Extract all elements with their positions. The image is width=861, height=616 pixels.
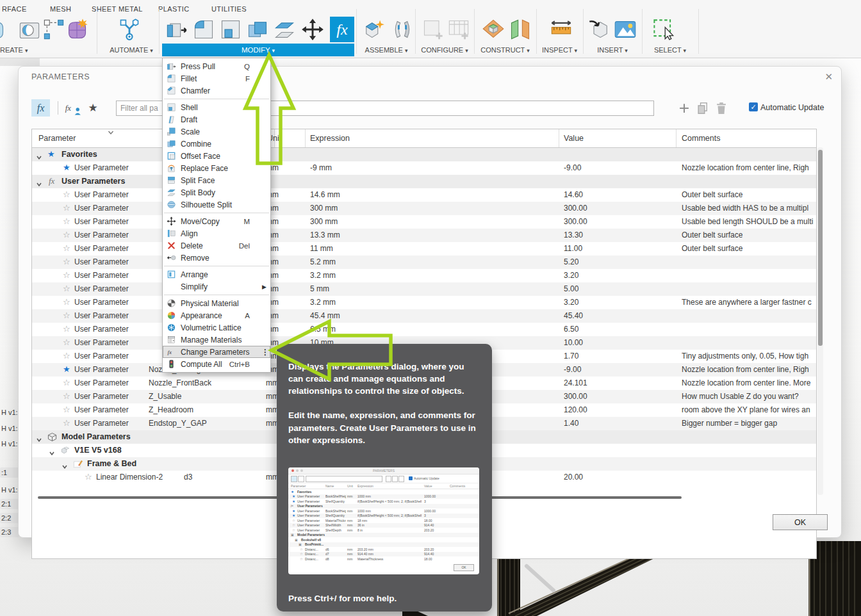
col-parameter[interactable]: Parameter <box>38 134 76 143</box>
menu-item-shell[interactable]: Shell <box>163 101 270 113</box>
menu-item-simplify[interactable]: Simplify▶ <box>163 280 270 293</box>
group-automate[interactable]: AUTOMATE ▾ <box>102 46 160 54</box>
group-insert[interactable]: INSERT ▾ <box>583 46 642 54</box>
pattern-icon[interactable] <box>42 18 65 41</box>
favorite-star-icon[interactable]: ☆ <box>63 337 70 347</box>
menu-item-silhouette-split[interactable]: Silhouette Split <box>163 199 270 211</box>
joint-icon[interactable] <box>391 18 414 41</box>
menu-item-move-copy[interactable]: Move/CopyM <box>163 215 270 227</box>
favorite-star-icon[interactable]: ☆ <box>63 257 70 266</box>
parameter-row[interactable]: ☆User Parametermm5 mm5.00 <box>32 282 816 296</box>
menu-item-align[interactable]: Align <box>163 227 270 239</box>
tab-surface[interactable]: RFACE <box>2 5 27 13</box>
parameter-group-row[interactable]: ★Favorites <box>32 148 816 161</box>
favorite-star-icon[interactable]: ☆ <box>63 230 70 239</box>
parameter-row[interactable]: ☆User Parametermm6.5 mm6.50 <box>32 323 816 336</box>
menu-item-split-face[interactable]: Split Face <box>163 174 270 186</box>
automatic-update-checkbox[interactable]: ✓ <box>749 102 758 111</box>
menu-item-offset-face[interactable]: Offset Face <box>163 150 270 162</box>
browser-item-fragment[interactable]: H v1:4 <box>0 485 19 495</box>
browser-item-fragment[interactable]: 2:1 <box>0 499 19 509</box>
menu-item-manage-materials[interactable]: Manage Materials <box>163 334 270 346</box>
group-select[interactable]: SELECT ▾ <box>642 46 698 54</box>
group-assemble[interactable]: ASSEMBLE ▾ <box>357 46 416 54</box>
menu-item-volumetric-lattice[interactable]: Volumetric Lattice <box>163 321 270 334</box>
favorite-star-icon[interactable]: ☆ <box>63 216 70 226</box>
select-tool-icon[interactable] <box>652 18 675 41</box>
insert-derive-icon[interactable] <box>588 18 611 41</box>
expand-chevron-icon[interactable] <box>62 461 68 467</box>
expand-chevron-icon[interactable] <box>49 448 55 454</box>
favorite-star-icon[interactable]: ☆ <box>63 324 70 334</box>
measure-icon[interactable] <box>550 18 573 41</box>
favorite-star-icon[interactable]: ☆ <box>63 378 70 387</box>
menu-item-split-body[interactable]: Split Body <box>163 186 270 199</box>
col-value[interactable]: Value <box>564 134 584 143</box>
menu-item-replace-face[interactable]: Replace Face <box>163 162 270 174</box>
menu-item-appearance[interactable]: AppearanceA <box>163 309 270 321</box>
favorite-star-icon[interactable]: ☆ <box>63 284 70 293</box>
delete-parameter-icon[interactable] <box>714 101 728 115</box>
menu-item-arrange[interactable]: Arrange <box>163 268 270 280</box>
menu-item-delete[interactable]: DeleteDel <box>163 239 270 252</box>
menu-item-draft[interactable]: Draft <box>163 113 270 126</box>
user-parameter-filter-icon[interactable]: fx <box>65 99 82 117</box>
move-copy-icon[interactable] <box>301 18 324 41</box>
extrude-icon[interactable] <box>0 18 12 41</box>
press-pull-icon[interactable] <box>165 18 188 41</box>
favorite-star-icon[interactable]: ☆ <box>63 405 70 414</box>
parameter-row[interactable]: ☆User Parametermm14.6 mm14.60Outer belt … <box>32 188 816 202</box>
menu-item-physical-material[interactable]: Physical Material <box>163 297 270 309</box>
browser-item-fragment[interactable]: 2:2 <box>0 513 19 523</box>
fillet-icon[interactable] <box>192 18 215 41</box>
favorites-filter-icon[interactable]: ★ <box>85 99 101 117</box>
hole-icon[interactable] <box>18 18 41 41</box>
combine-icon[interactable] <box>246 18 269 41</box>
menu-item-change-parameters[interactable]: fxChange Parameters⋮ <box>163 346 270 358</box>
menu-item-compute-all[interactable]: Compute AllCtrl+B <box>163 358 270 370</box>
generative-design-icon[interactable] <box>118 18 141 41</box>
favorite-star-icon[interactable]: ☆ <box>63 351 70 361</box>
create-form-icon[interactable] <box>65 18 88 41</box>
group-modify[interactable]: MODIFY ▾ <box>162 44 354 56</box>
browser-item-fragment[interactable]: H v1:3 <box>0 439 19 449</box>
favorite-star-icon[interactable]: ☆ <box>63 190 70 199</box>
construction-plane-icon[interactable] <box>482 18 505 41</box>
parameter-row[interactable]: ☆User Parametermm5.2 mm5.20 <box>32 255 816 269</box>
change-parameters-fx-icon[interactable]: fx <box>330 17 354 42</box>
favorite-star-icon[interactable]: ☆ <box>63 311 70 320</box>
menu-item-remove[interactable]: Remove <box>163 252 270 264</box>
parameter-row[interactable]: ☆User Parametermm300 mm300.00Usable bed … <box>32 215 816 229</box>
expand-chevron-icon[interactable] <box>36 434 42 441</box>
parameter-row[interactable]: ☆User Parametermm13.3 mm13.30Outer belt … <box>32 229 816 242</box>
copy-parameter-icon[interactable] <box>696 101 710 115</box>
menu-item-chamfer[interactable]: Chamfer <box>163 85 270 97</box>
fx-filter-button[interactable]: fx <box>31 99 50 117</box>
ok-button[interactable]: OK <box>773 514 828 530</box>
col-expression[interactable]: Expression <box>310 134 350 143</box>
menu-item-press-pull[interactable]: Press PullQ <box>163 60 270 72</box>
col-comments[interactable]: Comments <box>682 134 720 143</box>
group-configure[interactable]: CONFIGURE ▾ <box>415 46 474 54</box>
parameter-row[interactable]: ☆User Parametermm300 mm300.00Usable bed … <box>32 202 816 215</box>
table-header[interactable]: Parameter Name Unit Expression Value Com… <box>32 129 816 148</box>
new-component-icon[interactable] <box>362 18 385 41</box>
tab-sheet-metal[interactable]: SHEET METAL <box>92 5 143 13</box>
split-body-icon[interactable] <box>273 18 296 41</box>
browser-item-fragment[interactable]: H v1:1 <box>0 407 19 417</box>
tab-mesh[interactable]: MESH <box>50 5 71 13</box>
browser-item-fragment[interactable]: H v1:2 <box>0 423 19 434</box>
favorite-star-icon[interactable]: ☆ <box>63 243 70 253</box>
offset-plane-icon[interactable] <box>509 18 532 41</box>
add-parameter-icon[interactable] <box>677 101 691 115</box>
group-construct[interactable]: CONSTRUCT ▾ <box>474 46 536 54</box>
favorite-star-icon[interactable]: ★ <box>63 364 70 374</box>
parameter-row[interactable]: ☆User Parametermm3.2 mm3.20 <box>32 269 816 282</box>
favorite-star-icon[interactable]: ☆ <box>63 270 70 280</box>
tab-plastic[interactable]: PLASTIC <box>158 5 190 13</box>
parameter-row[interactable]: ☆User Parametermm3.2 mm3.20These are any… <box>32 296 816 309</box>
parameter-row[interactable]: ★User Parametermm-9 mm-9.00Nozzle locati… <box>32 161 816 175</box>
group-create[interactable]: REATE ▾ <box>0 46 28 54</box>
browser-item-fragment[interactable]: :1 <box>0 467 19 478</box>
favorite-star-icon[interactable]: ☆ <box>63 203 70 213</box>
